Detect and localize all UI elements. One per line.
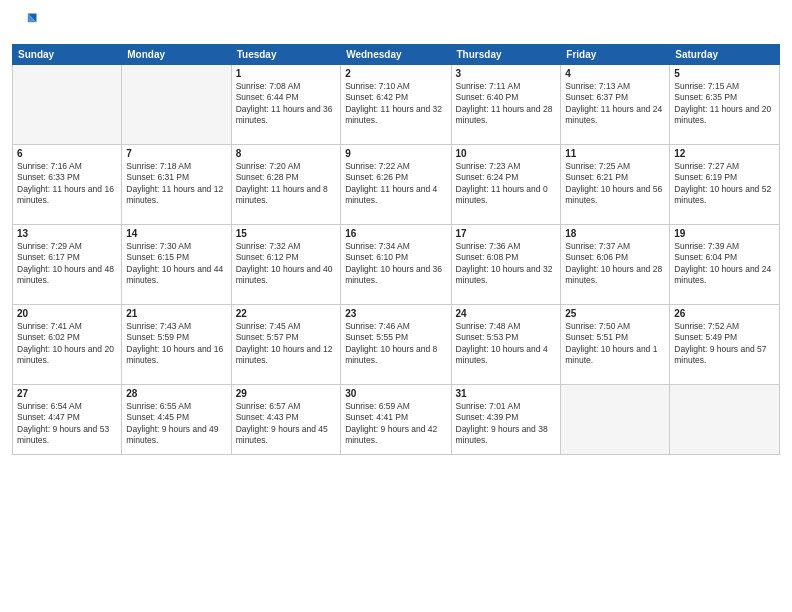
calendar-cell: 23Sunrise: 7:46 AM Sunset: 5:55 PM Dayli… xyxy=(341,305,451,385)
weekday-header-sunday: Sunday xyxy=(13,45,122,65)
calendar-cell: 4Sunrise: 7:13 AM Sunset: 6:37 PM Daylig… xyxy=(561,65,670,145)
day-number: 12 xyxy=(674,148,775,159)
day-number: 24 xyxy=(456,308,557,319)
day-info: Sunrise: 6:54 AM Sunset: 4:47 PM Dayligh… xyxy=(17,401,117,447)
calendar-cell: 14Sunrise: 7:30 AM Sunset: 6:15 PM Dayli… xyxy=(122,225,231,305)
day-number: 25 xyxy=(565,308,665,319)
calendar-cell xyxy=(561,385,670,455)
day-number: 9 xyxy=(345,148,446,159)
calendar-cell: 1Sunrise: 7:08 AM Sunset: 6:44 PM Daylig… xyxy=(231,65,340,145)
logo-icon xyxy=(12,10,40,38)
day-number: 3 xyxy=(456,68,557,79)
calendar-cell: 16Sunrise: 7:34 AM Sunset: 6:10 PM Dayli… xyxy=(341,225,451,305)
calendar-cell: 24Sunrise: 7:48 AM Sunset: 5:53 PM Dayli… xyxy=(451,305,561,385)
day-info: Sunrise: 7:41 AM Sunset: 6:02 PM Dayligh… xyxy=(17,321,117,367)
day-info: Sunrise: 7:15 AM Sunset: 6:35 PM Dayligh… xyxy=(674,81,775,127)
day-info: Sunrise: 7:20 AM Sunset: 6:28 PM Dayligh… xyxy=(236,161,336,207)
calendar-cell: 5Sunrise: 7:15 AM Sunset: 6:35 PM Daylig… xyxy=(670,65,780,145)
day-info: Sunrise: 7:25 AM Sunset: 6:21 PM Dayligh… xyxy=(565,161,665,207)
calendar-cell: 12Sunrise: 7:27 AM Sunset: 6:19 PM Dayli… xyxy=(670,145,780,225)
calendar-cell: 7Sunrise: 7:18 AM Sunset: 6:31 PM Daylig… xyxy=(122,145,231,225)
day-number: 27 xyxy=(17,388,117,399)
calendar-cell xyxy=(122,65,231,145)
day-number: 4 xyxy=(565,68,665,79)
day-info: Sunrise: 7:22 AM Sunset: 6:26 PM Dayligh… xyxy=(345,161,446,207)
day-number: 19 xyxy=(674,228,775,239)
day-info: Sunrise: 7:46 AM Sunset: 5:55 PM Dayligh… xyxy=(345,321,446,367)
calendar-cell: 27Sunrise: 6:54 AM Sunset: 4:47 PM Dayli… xyxy=(13,385,122,455)
weekday-header-row: SundayMondayTuesdayWednesdayThursdayFrid… xyxy=(13,45,780,65)
calendar-table: SundayMondayTuesdayWednesdayThursdayFrid… xyxy=(12,44,780,455)
day-info: Sunrise: 6:55 AM Sunset: 4:45 PM Dayligh… xyxy=(126,401,226,447)
day-number: 14 xyxy=(126,228,226,239)
day-number: 16 xyxy=(345,228,446,239)
day-info: Sunrise: 7:36 AM Sunset: 6:08 PM Dayligh… xyxy=(456,241,557,287)
calendar-cell: 19Sunrise: 7:39 AM Sunset: 6:04 PM Dayli… xyxy=(670,225,780,305)
day-number: 26 xyxy=(674,308,775,319)
day-info: Sunrise: 7:13 AM Sunset: 6:37 PM Dayligh… xyxy=(565,81,665,127)
day-number: 5 xyxy=(674,68,775,79)
day-number: 18 xyxy=(565,228,665,239)
page-header xyxy=(12,10,780,38)
week-row-4: 20Sunrise: 7:41 AM Sunset: 6:02 PM Dayli… xyxy=(13,305,780,385)
calendar-cell: 21Sunrise: 7:43 AM Sunset: 5:59 PM Dayli… xyxy=(122,305,231,385)
week-row-3: 13Sunrise: 7:29 AM Sunset: 6:17 PM Dayli… xyxy=(13,225,780,305)
calendar-cell: 22Sunrise: 7:45 AM Sunset: 5:57 PM Dayli… xyxy=(231,305,340,385)
logo xyxy=(12,10,44,38)
calendar-cell: 29Sunrise: 6:57 AM Sunset: 4:43 PM Dayli… xyxy=(231,385,340,455)
calendar-cell: 18Sunrise: 7:37 AM Sunset: 6:06 PM Dayli… xyxy=(561,225,670,305)
day-number: 15 xyxy=(236,228,336,239)
day-number: 13 xyxy=(17,228,117,239)
day-info: Sunrise: 6:57 AM Sunset: 4:43 PM Dayligh… xyxy=(236,401,336,447)
calendar-cell: 26Sunrise: 7:52 AM Sunset: 5:49 PM Dayli… xyxy=(670,305,780,385)
day-info: Sunrise: 7:45 AM Sunset: 5:57 PM Dayligh… xyxy=(236,321,336,367)
calendar-cell: 20Sunrise: 7:41 AM Sunset: 6:02 PM Dayli… xyxy=(13,305,122,385)
calendar-cell: 31Sunrise: 7:01 AM Sunset: 4:39 PM Dayli… xyxy=(451,385,561,455)
week-row-2: 6Sunrise: 7:16 AM Sunset: 6:33 PM Daylig… xyxy=(13,145,780,225)
day-number: 17 xyxy=(456,228,557,239)
day-number: 1 xyxy=(236,68,336,79)
day-info: Sunrise: 7:01 AM Sunset: 4:39 PM Dayligh… xyxy=(456,401,557,447)
calendar-cell: 9Sunrise: 7:22 AM Sunset: 6:26 PM Daylig… xyxy=(341,145,451,225)
day-info: Sunrise: 7:10 AM Sunset: 6:42 PM Dayligh… xyxy=(345,81,446,127)
day-number: 31 xyxy=(456,388,557,399)
week-row-5: 27Sunrise: 6:54 AM Sunset: 4:47 PM Dayli… xyxy=(13,385,780,455)
calendar-cell: 13Sunrise: 7:29 AM Sunset: 6:17 PM Dayli… xyxy=(13,225,122,305)
day-info: Sunrise: 7:18 AM Sunset: 6:31 PM Dayligh… xyxy=(126,161,226,207)
day-info: Sunrise: 7:29 AM Sunset: 6:17 PM Dayligh… xyxy=(17,241,117,287)
calendar-cell: 3Sunrise: 7:11 AM Sunset: 6:40 PM Daylig… xyxy=(451,65,561,145)
day-number: 10 xyxy=(456,148,557,159)
day-info: Sunrise: 7:11 AM Sunset: 6:40 PM Dayligh… xyxy=(456,81,557,127)
day-info: Sunrise: 7:30 AM Sunset: 6:15 PM Dayligh… xyxy=(126,241,226,287)
day-info: Sunrise: 7:37 AM Sunset: 6:06 PM Dayligh… xyxy=(565,241,665,287)
day-info: Sunrise: 7:16 AM Sunset: 6:33 PM Dayligh… xyxy=(17,161,117,207)
day-number: 6 xyxy=(17,148,117,159)
day-info: Sunrise: 7:32 AM Sunset: 6:12 PM Dayligh… xyxy=(236,241,336,287)
calendar-cell: 28Sunrise: 6:55 AM Sunset: 4:45 PM Dayli… xyxy=(122,385,231,455)
calendar-cell: 11Sunrise: 7:25 AM Sunset: 6:21 PM Dayli… xyxy=(561,145,670,225)
day-number: 22 xyxy=(236,308,336,319)
day-info: Sunrise: 7:34 AM Sunset: 6:10 PM Dayligh… xyxy=(345,241,446,287)
calendar-cell xyxy=(13,65,122,145)
calendar-cell: 30Sunrise: 6:59 AM Sunset: 4:41 PM Dayli… xyxy=(341,385,451,455)
day-number: 20 xyxy=(17,308,117,319)
day-info: Sunrise: 7:23 AM Sunset: 6:24 PM Dayligh… xyxy=(456,161,557,207)
weekday-header-saturday: Saturday xyxy=(670,45,780,65)
calendar-cell: 2Sunrise: 7:10 AM Sunset: 6:42 PM Daylig… xyxy=(341,65,451,145)
week-row-1: 1Sunrise: 7:08 AM Sunset: 6:44 PM Daylig… xyxy=(13,65,780,145)
calendar-cell: 8Sunrise: 7:20 AM Sunset: 6:28 PM Daylig… xyxy=(231,145,340,225)
day-info: Sunrise: 7:27 AM Sunset: 6:19 PM Dayligh… xyxy=(674,161,775,207)
calendar-cell: 6Sunrise: 7:16 AM Sunset: 6:33 PM Daylig… xyxy=(13,145,122,225)
weekday-header-wednesday: Wednesday xyxy=(341,45,451,65)
day-number: 23 xyxy=(345,308,446,319)
day-number: 29 xyxy=(236,388,336,399)
day-info: Sunrise: 6:59 AM Sunset: 4:41 PM Dayligh… xyxy=(345,401,446,447)
day-info: Sunrise: 7:08 AM Sunset: 6:44 PM Dayligh… xyxy=(236,81,336,127)
weekday-header-tuesday: Tuesday xyxy=(231,45,340,65)
day-number: 21 xyxy=(126,308,226,319)
calendar-cell: 10Sunrise: 7:23 AM Sunset: 6:24 PM Dayli… xyxy=(451,145,561,225)
calendar-cell: 15Sunrise: 7:32 AM Sunset: 6:12 PM Dayli… xyxy=(231,225,340,305)
day-number: 7 xyxy=(126,148,226,159)
calendar-cell xyxy=(670,385,780,455)
day-info: Sunrise: 7:39 AM Sunset: 6:04 PM Dayligh… xyxy=(674,241,775,287)
